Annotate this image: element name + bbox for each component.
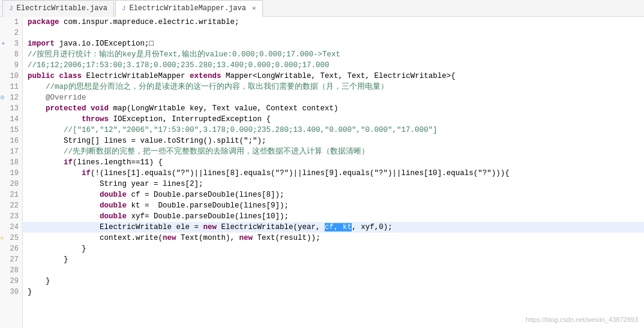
code-line-29: } — [23, 276, 644, 287]
line-num-15: 15 — [0, 125, 22, 136]
line-num-16: 16 — [0, 136, 22, 146]
code-line-16: String[] lines = value.toString().split(… — [23, 136, 644, 146]
code-line-20: String year = lines[2]; — [23, 179, 644, 189]
line-num-2: 2 — [0, 28, 22, 38]
tab-bar: J ElectricWritable.java J ElectricWritab… — [0, 0, 644, 17]
code-line-24: ElectricWritable ele = new ElectricWrita… — [23, 222, 644, 233]
code-line-14: throws IOException, InterruptedException… — [23, 114, 644, 125]
code-line-27: } — [23, 254, 644, 265]
line-num-1: 1 — [0, 17, 22, 28]
code-line-8: //按照月进行统计：输出的key是月份Text,输出的value:0.000;0… — [23, 49, 644, 60]
line-num-22: 22 — [0, 200, 22, 211]
code-line-11: //map的思想是分而治之，分的是读进来的这一行的内容，取出我们需要的数据（月，… — [23, 82, 644, 92]
line-num-18: 18 — [0, 157, 22, 168]
watermark: https://blog.csdn.net/weixin_43872893 — [526, 316, 638, 323]
tab-icon-2: J — [122, 5, 126, 12]
code-line-26: } — [23, 243, 644, 254]
code-line-25: context.write(new Text(month), new Text(… — [23, 233, 644, 243]
line-numbers: 1 2 3 8 9 10 11 12 13 14 15 16 17 18 19 … — [0, 17, 23, 328]
line-num-25: 25 — [0, 233, 22, 243]
line-num-12: 12 — [0, 92, 22, 103]
line-num-8: 8 — [0, 49, 22, 60]
tab-icon-1: J — [9, 5, 13, 12]
line-num-27: 27 — [0, 254, 22, 265]
code-line-19: if(!(lines[1].equals("?")||lines[8].equa… — [23, 168, 644, 179]
line-num-9: 9 — [0, 60, 22, 71]
line-num-13: 13 — [0, 103, 22, 114]
code-line-2 — [23, 28, 644, 38]
code-line-12: @Override — [23, 92, 644, 103]
tab-label-2: ElectricWritableMapper.java — [129, 4, 245, 13]
editor-container: J ElectricWritable.java J ElectricWritab… — [0, 0, 644, 328]
code-line-18: if(lines.length==11) { — [23, 157, 644, 168]
line-num-11: 11 — [0, 82, 22, 92]
line-num-29: 29 — [0, 276, 22, 287]
code-line-28 — [23, 265, 644, 276]
line-num-23: 23 — [0, 211, 22, 222]
tab-electricwritablemapper[interactable]: J ElectricWritableMapper.java ✕ — [115, 0, 263, 17]
line-num-21: 21 — [0, 189, 22, 200]
code-line-21: double cf = Double.parseDouble(lines[8])… — [23, 189, 644, 200]
line-num-19: 19 — [0, 168, 22, 179]
line-num-10: 10 — [0, 71, 22, 82]
code-line-9: //16;12;2006;17:53:00;3.178;0.000;235.28… — [23, 60, 644, 71]
line-num-26: 26 — [0, 243, 22, 254]
code-line-30: } — [23, 287, 644, 297]
code-line-13: protected void map(LongWritable key, Tex… — [23, 103, 644, 114]
line-num-24: 24 — [0, 222, 22, 233]
code-line-22: double kt = Double.parseDouble(lines[9])… — [23, 200, 644, 211]
code-line-1: package com.inspur.mapreduce.electric.wr… — [23, 17, 644, 28]
code-area: 1 2 3 8 9 10 11 12 13 14 15 16 17 18 19 … — [0, 17, 644, 328]
tab-close-icon[interactable]: ✕ — [252, 4, 256, 12]
code-line-23: double xyf= Double.parseDouble(lines[10]… — [23, 211, 644, 222]
line-num-30: 30 — [0, 287, 22, 297]
code-line-17: //先判断数据的完整，把一些不完整数据的去除调用，这些数据不进入计算（数据清晰） — [23, 146, 644, 157]
code-line-15: //["16","12","2006","17:53:00",3.178;0.0… — [23, 125, 644, 136]
line-num-20: 20 — [0, 179, 22, 189]
code-line-10: public class ElectricWritableMapper exte… — [23, 71, 644, 82]
code-line-3: import java.io.IOException;□ — [23, 38, 644, 49]
line-num-17: 17 — [0, 146, 22, 157]
line-num-28: 28 — [0, 265, 22, 276]
line-num-14: 14 — [0, 114, 22, 125]
code-lines[interactable]: package com.inspur.mapreduce.electric.wr… — [23, 17, 644, 328]
tab-electricwritable[interactable]: J ElectricWritable.java — [2, 0, 114, 17]
tab-label-1: ElectricWritable.java — [17, 4, 107, 13]
line-num-3: 3 — [0, 38, 22, 49]
